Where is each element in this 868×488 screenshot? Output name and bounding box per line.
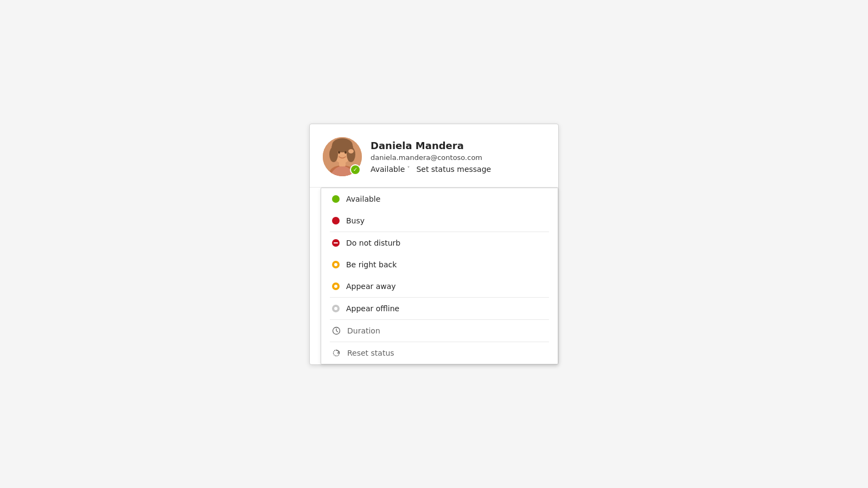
appear-offline-label: Appear offline <box>346 304 399 313</box>
profile-card: Daniela Mandera daniela.mandera@contoso.… <box>309 124 559 365</box>
status-dropdown-text: Available <box>371 165 405 174</box>
reset-status-label: Reset status <box>347 349 394 357</box>
duration-option[interactable]: Duration <box>321 320 558 342</box>
avatar-container <box>323 137 362 176</box>
svg-point-9 <box>344 151 347 153</box>
profile-info: Daniela Mandera daniela.mandera@contoso.… <box>371 140 545 174</box>
svg-point-6 <box>329 147 338 162</box>
appear-offline-dot <box>332 305 340 312</box>
appear-away-dot <box>332 282 340 290</box>
status-option-appear-offline[interactable]: Appear offline <box>321 298 558 319</box>
svg-point-10 <box>348 149 354 153</box>
status-option-appear-away[interactable]: Appear away <box>321 275 558 297</box>
profile-name: Daniela Mandera <box>371 140 545 151</box>
available-label: Available <box>346 195 380 203</box>
reset-status-option[interactable]: Reset status <box>321 342 558 364</box>
chevron-down-icon: ˅ <box>407 166 410 172</box>
status-dropdown[interactable]: Available ˅ <box>371 165 410 174</box>
duration-label: Duration <box>347 326 380 335</box>
set-status-message-link[interactable]: Set status message <box>416 165 491 174</box>
svg-point-8 <box>338 151 340 153</box>
profile-status-row: Available ˅ Set status message <box>371 165 545 174</box>
status-option-be-right-back[interactable]: Be right back <box>321 254 558 275</box>
busy-dot <box>332 217 340 224</box>
be-right-back-label: Be right back <box>346 260 397 269</box>
available-dot <box>332 195 340 203</box>
status-indicator-badge <box>350 164 361 175</box>
status-dropdown-panel: Available Busy Do not disturb Be right b… <box>321 188 558 364</box>
clock-icon <box>332 326 341 335</box>
reset-icon <box>332 349 341 357</box>
status-option-dnd[interactable]: Do not disturb <box>321 232 558 254</box>
be-right-back-dot <box>332 261 340 268</box>
profile-header: Daniela Mandera daniela.mandera@contoso.… <box>310 124 558 188</box>
appear-away-label: Appear away <box>346 282 396 291</box>
svg-rect-5 <box>339 161 346 166</box>
dnd-label: Do not disturb <box>346 239 400 247</box>
profile-email: daniela.mandera@contoso.com <box>371 153 545 162</box>
busy-label: Busy <box>346 216 365 225</box>
status-option-available[interactable]: Available <box>321 188 558 210</box>
dnd-dot <box>332 239 340 247</box>
status-option-busy[interactable]: Busy <box>321 210 558 232</box>
